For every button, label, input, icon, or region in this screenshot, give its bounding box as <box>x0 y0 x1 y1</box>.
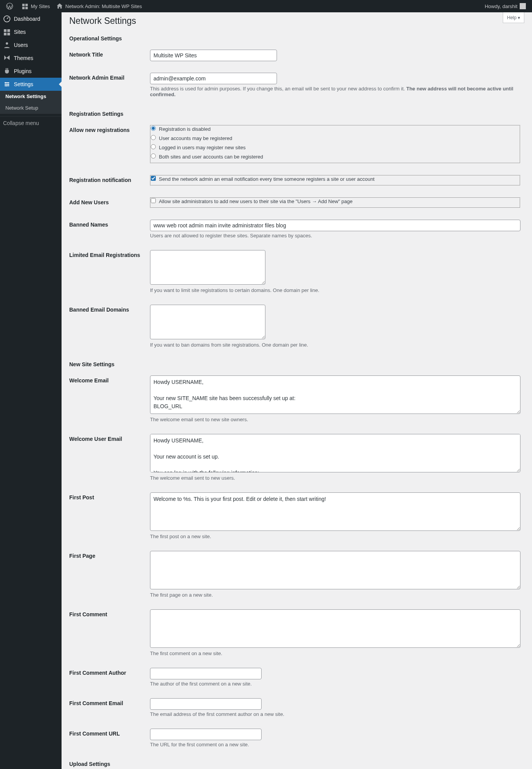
admin-menu: Dashboard Sites Users Themes Plugins Set… <box>0 12 62 769</box>
banned-email-desc: If you want to ban domains from site reg… <box>150 342 520 348</box>
network-admin-label: Network Admin: Multisite WP Sites <box>65 3 142 9</box>
sites-menu-icon <box>3 28 11 36</box>
svg-point-4 <box>8 84 9 85</box>
svg-point-5 <box>6 85 7 87</box>
welcome-user-email-desc: The welcome email sent to new users. <box>150 475 520 481</box>
first-comment-desc: The first comment on a new site. <box>150 651 520 656</box>
reg-radio-0[interactable] <box>151 126 156 131</box>
collapse-menu[interactable]: Collapse menu <box>0 116 62 129</box>
menu-plugins[interactable]: Plugins <box>0 65 62 78</box>
first-comment-author-desc: The author of the first comment on a new… <box>150 681 520 687</box>
avatar-icon <box>520 3 526 9</box>
first-comment-email-label: First Comment Email <box>69 692 146 723</box>
sites-icon <box>22 3 28 10</box>
menu-dashboard-label: Dashboard <box>14 16 40 22</box>
dashboard-icon <box>3 15 11 23</box>
admin-bar: My Sites Network Admin: Multisite WP Sit… <box>0 0 532 12</box>
banned-email-textarea[interactable] <box>150 305 265 339</box>
add-new-users-opt[interactable]: Allow site administrators to add new use… <box>151 198 520 204</box>
svg-point-3 <box>5 82 6 83</box>
my-sites-item[interactable]: My Sites <box>18 0 53 12</box>
allow-registrations-label: Allow new registrations <box>69 119 146 169</box>
section-registration-heading: Registration Settings <box>69 111 524 117</box>
help-tab[interactable]: Help ▾ <box>503 12 524 23</box>
limited-email-textarea[interactable] <box>150 250 265 285</box>
menu-settings-label: Settings <box>14 81 33 87</box>
section-newsite-heading: New Site Settings <box>69 361 524 367</box>
first-comment-textarea[interactable] <box>150 609 520 648</box>
first-post-textarea[interactable]: Welcome to %s. This is your first post. … <box>150 492 520 531</box>
content-area: Help ▾ Network Settings Operational Sett… <box>62 0 532 769</box>
first-comment-author-label: First Comment Author <box>69 662 146 692</box>
wordpress-logo-icon <box>6 3 13 10</box>
banned-names-input[interactable] <box>150 220 520 231</box>
howdy-label: Howdy, darshit <box>485 3 517 9</box>
first-comment-label: First Comment <box>69 604 146 662</box>
wp-logo-item[interactable] <box>3 0 18 12</box>
reg-radio-1[interactable] <box>151 135 156 140</box>
settings-icon <box>3 80 11 88</box>
limited-email-label: Limited Email Registrations <box>69 244 146 299</box>
menu-users-label: Users <box>14 42 28 48</box>
welcome-email-desc: The welcome email sent to new site owner… <box>150 417 520 422</box>
banned-names-label: Banned Names <box>69 214 146 244</box>
first-post-label: First Post <box>69 487 146 545</box>
add-new-users-label: Add New Users <box>69 192 146 214</box>
network-admin-email-desc: This address is used for admin purposes.… <box>150 86 520 97</box>
submenu-network-settings[interactable]: Network Settings <box>0 91 62 102</box>
banned-names-desc: Users are not allowed to register these … <box>150 233 520 239</box>
welcome-email-label: Welcome Email <box>69 370 146 428</box>
network-title-label: Network Title <box>69 44 146 67</box>
registration-notification-label: Registration notification <box>69 169 146 192</box>
first-comment-url-label: First Comment URL <box>69 723 146 753</box>
home-icon <box>56 3 63 10</box>
first-page-label: First Page <box>69 545 146 604</box>
section-operational-heading: Operational Settings <box>69 35 524 42</box>
first-page-desc: The first page on a new site. <box>150 592 520 598</box>
first-comment-email-input[interactable] <box>150 698 262 710</box>
first-comment-url-input[interactable] <box>150 729 262 740</box>
menu-dashboard[interactable]: Dashboard <box>0 12 62 25</box>
menu-sites[interactable]: Sites <box>0 25 62 38</box>
menu-users[interactable]: Users <box>0 38 62 52</box>
users-icon <box>3 41 11 49</box>
banned-email-label: Banned Email Domains <box>69 299 146 354</box>
welcome-user-email-textarea[interactable]: Howdy USERNAME, Your new account is set … <box>150 434 520 472</box>
welcome-user-email-label: Welcome User Email <box>69 428 146 487</box>
collapse-label: Collapse menu <box>3 120 39 126</box>
submenu-network-setup[interactable]: Network Setup <box>0 102 62 114</box>
add-new-users-checkbox[interactable] <box>151 198 156 203</box>
themes-icon <box>3 54 11 62</box>
first-comment-author-input[interactable] <box>150 668 262 679</box>
menu-sites-label: Sites <box>14 29 26 35</box>
network-admin-item[interactable]: Network Admin: Multisite WP Sites <box>53 0 145 12</box>
first-post-desc: The first post on a new site. <box>150 534 520 539</box>
network-admin-email-input[interactable] <box>150 73 277 84</box>
reg-radio-3[interactable] <box>151 153 156 158</box>
reg-opt-3[interactable]: Both sites and user accounts can be regi… <box>151 153 520 160</box>
reg-opt-1[interactable]: User accounts may be registered <box>151 135 520 141</box>
reg-opt-2[interactable]: Logged in users may register new sites <box>151 144 520 150</box>
first-comment-email-desc: The email address of the first comment a… <box>150 711 520 717</box>
reg-radio-2[interactable] <box>151 144 156 149</box>
network-admin-email-label: Network Admin Email <box>69 67 146 103</box>
page-title: Network Settings <box>69 12 524 28</box>
reg-opt-0[interactable]: Registration is disabled <box>151 126 520 132</box>
network-title-input[interactable] <box>150 50 277 61</box>
menu-plugins-label: Plugins <box>14 68 32 74</box>
allow-registrations-fieldset: Registration is disabled User accounts m… <box>150 125 520 163</box>
account-item[interactable]: Howdy, darshit <box>482 0 529 12</box>
limited-email-desc: If you want to limit site registrations … <box>150 287 520 293</box>
menu-themes-label: Themes <box>14 55 33 61</box>
first-page-textarea[interactable] <box>150 551 520 589</box>
help-label: Help ▾ <box>507 15 520 20</box>
menu-themes[interactable]: Themes <box>0 52 62 65</box>
menu-settings[interactable]: Settings <box>0 78 62 91</box>
registration-notification-opt[interactable]: Send the network admin an email notifica… <box>151 176 520 182</box>
welcome-email-textarea[interactable]: Howdy USERNAME, Your new SITE_NAME site … <box>150 375 520 414</box>
section-upload-heading: Upload Settings <box>69 761 524 767</box>
registration-notification-checkbox[interactable] <box>151 176 156 181</box>
plugins-icon <box>3 67 11 75</box>
svg-point-2 <box>6 42 8 45</box>
first-comment-url-desc: The URL for the first comment on a new s… <box>150 742 520 747</box>
